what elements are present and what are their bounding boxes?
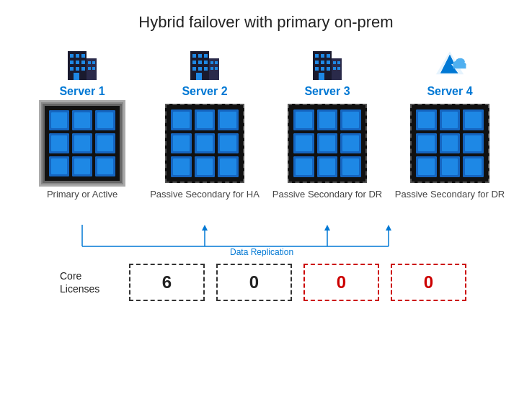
chip — [171, 109, 192, 130]
chip — [463, 109, 484, 130]
chip — [440, 156, 461, 177]
chip — [440, 133, 461, 154]
chip — [463, 156, 484, 177]
chip — [218, 133, 239, 154]
chip — [218, 109, 239, 130]
svg-rect-19 — [204, 54, 208, 58]
svg-rect-30 — [210, 67, 213, 70]
svg-rect-3 — [81, 54, 85, 58]
svg-rect-12 — [88, 61, 91, 64]
page-title: Hybrid failover with primary on-prem — [138, 13, 393, 32]
svg-rect-22 — [204, 61, 208, 64]
svg-rect-38 — [327, 61, 330, 64]
server4-label: Server 4 — [427, 85, 472, 98]
svg-marker-60 — [386, 225, 391, 231]
server4-license-value: 0 — [424, 272, 433, 292]
svg-rect-14 — [88, 67, 91, 70]
server2-label: Server 2 — [182, 85, 227, 98]
svg-rect-31 — [215, 67, 218, 70]
svg-rect-52 — [453, 64, 466, 68]
server-col-4: Server 4 Passive Secondary for DR — [389, 45, 511, 225]
server2-desc: Passive Secondary for HA — [150, 189, 260, 225]
svg-rect-1 — [70, 54, 74, 58]
server3-desc: Passive Secondary for DR — [272, 189, 382, 225]
chip — [317, 133, 338, 154]
core-text: Core — [60, 270, 81, 282]
server3-license-box: 0 — [303, 264, 379, 301]
server4-license-box: 0 — [391, 264, 466, 301]
server1-cpu-box — [43, 104, 122, 183]
svg-rect-46 — [333, 67, 336, 70]
server4-cpu-box — [410, 104, 489, 183]
chip — [49, 110, 69, 130]
server-col-1: Server 1 Primary or Active — [21, 45, 143, 225]
chip — [171, 156, 192, 177]
chip — [340, 109, 361, 130]
chip — [95, 156, 115, 176]
svg-rect-35 — [327, 54, 330, 58]
svg-rect-23 — [192, 67, 196, 71]
server3-license-value: 0 — [337, 272, 346, 292]
chip — [195, 133, 216, 154]
svg-rect-18 — [198, 54, 202, 58]
svg-rect-4 — [70, 61, 74, 64]
svg-rect-5 — [76, 61, 79, 64]
chip — [340, 156, 361, 177]
chip — [463, 133, 484, 154]
chip — [72, 156, 92, 176]
svg-rect-6 — [81, 61, 85, 64]
server2-license-value: 0 — [249, 272, 259, 292]
chip — [317, 156, 338, 177]
chip — [49, 133, 69, 153]
chip — [195, 156, 216, 177]
svg-rect-21 — [198, 61, 202, 64]
licenses-row: Core Licenses 6 0 0 0 — [14, 264, 518, 301]
svg-rect-42 — [319, 73, 324, 80]
server4-desc: Passive Secondary for DR — [395, 189, 505, 225]
licenses-text: Licenses — [60, 283, 99, 295]
chip — [49, 156, 69, 176]
server-col-2: Server 2 Passive Secondary for HA — [143, 45, 266, 225]
server2-license-box: 0 — [216, 264, 292, 301]
svg-rect-25 — [204, 67, 208, 71]
chip — [293, 133, 314, 154]
svg-rect-45 — [337, 61, 340, 64]
svg-rect-8 — [76, 67, 79, 71]
server3-label: Server 3 — [304, 85, 350, 98]
server1-desc: Primary or Active — [47, 189, 118, 225]
svg-marker-58 — [324, 225, 330, 231]
svg-rect-7 — [70, 67, 74, 71]
svg-rect-33 — [315, 54, 319, 58]
chip — [293, 156, 314, 177]
svg-rect-10 — [74, 73, 79, 80]
chip — [218, 156, 239, 177]
svg-rect-2 — [76, 54, 79, 58]
chip — [95, 110, 115, 130]
licenses-label: Core Licenses — [60, 269, 118, 295]
svg-rect-26 — [196, 73, 202, 80]
svg-rect-28 — [210, 61, 213, 64]
server4-cloud-icon — [433, 45, 467, 82]
svg-rect-15 — [92, 67, 95, 70]
chip — [440, 109, 461, 130]
server3-icon — [310, 45, 345, 82]
chip — [416, 109, 437, 130]
svg-rect-20 — [192, 61, 196, 64]
server2-icon — [187, 45, 222, 82]
svg-rect-9 — [81, 67, 85, 71]
chip — [72, 110, 92, 130]
server1-icon — [65, 45, 99, 82]
svg-rect-41 — [327, 67, 330, 71]
svg-rect-39 — [315, 67, 319, 71]
chip — [171, 133, 192, 154]
servers-row: Server 1 Primary or Active — [14, 45, 518, 225]
svg-rect-40 — [321, 67, 324, 71]
chip — [340, 133, 361, 154]
server1-license-box: 6 — [129, 264, 205, 301]
chip — [95, 133, 115, 153]
svg-rect-34 — [321, 54, 324, 58]
chip — [195, 109, 216, 130]
server2-cpu-box — [165, 104, 244, 183]
arrows-container: Data Replication — [21, 225, 511, 256]
svg-rect-24 — [198, 67, 202, 71]
